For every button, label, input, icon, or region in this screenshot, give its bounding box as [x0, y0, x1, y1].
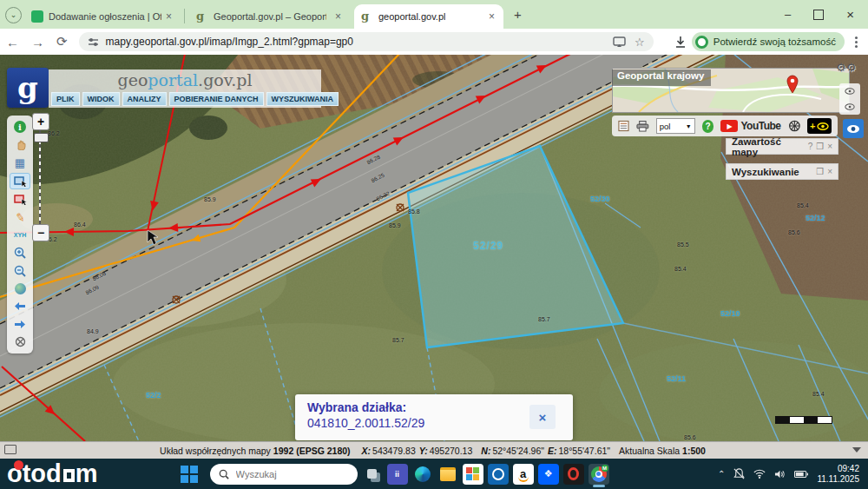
- dropbox-icon[interactable]: ❖: [538, 464, 559, 485]
- maximize-button[interactable]: [813, 10, 824, 20]
- crosshair-icon: [15, 336, 26, 347]
- start-button[interactable]: [181, 466, 198, 483]
- zoom-slider-track[interactable]: [39, 130, 41, 224]
- tab-otodom[interactable]: Dodawanie ogłoszenia | Otodo ×: [24, 4, 181, 29]
- otodom-house-icon: [63, 469, 75, 482]
- zoom-out-button[interactable]: −: [32, 224, 49, 241]
- back-button[interactable]: ←: [6, 35, 19, 50]
- microsoft-store-icon[interactable]: [463, 464, 483, 485]
- pan-tool[interactable]: [10, 137, 30, 152]
- measure-tool[interactable]: ✎: [10, 210, 30, 225]
- zoom-out-tool[interactable]: [10, 263, 30, 278]
- tab-geoportal-map-active[interactable]: g geoportal.gov.pl ×: [354, 4, 503, 29]
- outlook-icon[interactable]: [488, 464, 509, 485]
- language-select[interactable]: pol▼: [656, 118, 695, 134]
- menu-pobieranie-danych[interactable]: POBIERANIE DANYCH: [169, 92, 264, 106]
- task-view-button[interactable]: [362, 464, 383, 485]
- url-text[interactable]: mapy.geoportal.gov.pl/imap/Imgp_2.html?g…: [106, 36, 614, 48]
- arrow-right-icon: [14, 320, 26, 329]
- panel-close-icon[interactable]: ×: [827, 142, 832, 151]
- new-tab-button[interactable]: +: [514, 7, 522, 22]
- gears-icon[interactable]: ⚙⚙: [836, 61, 856, 74]
- help-icon[interactable]: ?: [702, 120, 714, 133]
- clock-time: 09:42: [817, 464, 859, 474]
- legend-icon[interactable]: [618, 120, 629, 132]
- panel-help-icon[interactable]: ?: [808, 142, 813, 151]
- tab-close-icon[interactable]: ×: [164, 10, 174, 23]
- menu-plik[interactable]: PLIK: [51, 92, 80, 106]
- screen: { "browser": { "tabs": [ {"title": "Doda…: [0, 0, 868, 489]
- select-parcel-tool-active[interactable]: [10, 173, 30, 189]
- map-contents-title: Zawartość mapy: [732, 136, 808, 157]
- n-label: N:: [481, 446, 490, 456]
- forward-button[interactable]: →: [31, 35, 44, 50]
- taskbar-search-input[interactable]: [234, 468, 333, 480]
- menu-analizy[interactable]: ANALIZY: [122, 92, 167, 106]
- otodom-favicon: [31, 10, 43, 23]
- tab-close-icon[interactable]: ×: [487, 10, 496, 23]
- y-label: Y:: [419, 446, 428, 456]
- panel-maximize-icon[interactable]: ❒: [816, 167, 824, 176]
- youtube-button[interactable]: ▶ YouTube: [720, 120, 780, 132]
- zoom-slider-handle[interactable]: [34, 133, 49, 142]
- url-bar[interactable]: mapy.geoportal.gov.pl/imap/Imgp_2.html?g…: [79, 32, 654, 51]
- info-tool[interactable]: i: [10, 120, 30, 135]
- wcag-eye-button[interactable]: [843, 119, 864, 138]
- map-tools-row: pol▼ ? ▶ YouTube +: [612, 116, 838, 136]
- browser-menu-icon[interactable]: [855, 41, 858, 43]
- amazon-icon[interactable]: a: [513, 464, 534, 485]
- tab-close-icon[interactable]: ×: [333, 10, 343, 23]
- popup-close-button[interactable]: ×: [529, 405, 556, 429]
- full-extent-tool[interactable]: [10, 281, 30, 296]
- menu-wyszukiwania[interactable]: WYSZUKIWANIA: [266, 92, 339, 106]
- close-window-button[interactable]: ×: [846, 7, 854, 22]
- attribute-table-tool[interactable]: ▦: [10, 155, 30, 170]
- settings-wheel-icon[interactable]: [788, 119, 801, 133]
- minimize-button[interactable]: –: [785, 8, 791, 21]
- download-icon[interactable]: [674, 36, 687, 49]
- print-icon[interactable]: [636, 121, 649, 132]
- notifications-off-icon[interactable]: [733, 468, 745, 479]
- elevation-label: 85.7: [392, 337, 404, 343]
- tray-chevron-icon[interactable]: ⌃: [718, 469, 725, 479]
- opera-icon[interactable]: [563, 464, 584, 485]
- panel-close-icon[interactable]: ×: [827, 167, 832, 176]
- zoom-in-tool[interactable]: [10, 246, 30, 261]
- popup-parcel-id: 041810_2.0011.52/29: [307, 416, 561, 430]
- previous-view-tool[interactable]: [10, 299, 30, 314]
- tab-geoportal-info[interactable]: g Geoportal.gov.pl – Geoportal In ×: [189, 4, 350, 29]
- site-settings-icon[interactable]: [88, 36, 99, 48]
- bookmark-star-icon[interactable]: ☆: [635, 36, 645, 49]
- edge-icon[interactable]: [412, 464, 433, 485]
- map-contents-panel[interactable]: Zawartość mapy ?❒×: [726, 138, 838, 155]
- taskbar-clock[interactable]: 09:42 11.11.2025: [817, 464, 859, 485]
- wifi-icon[interactable]: [753, 469, 766, 479]
- verify-identity-button[interactable]: Potwierdź swoją tożsamość: [692, 32, 845, 51]
- tab-search-chevron[interactable]: ⌄: [5, 7, 22, 23]
- chrome-icon-active[interactable]: M: [589, 464, 609, 485]
- geoportal-logo[interactable]: g: [7, 68, 49, 108]
- statusbar-collapse-icon[interactable]: [852, 447, 861, 453]
- battery-icon[interactable]: [794, 470, 808, 479]
- zoom-in-button[interactable]: +: [32, 113, 49, 130]
- teams-icon[interactable]: ii: [387, 464, 408, 485]
- select-area-tool[interactable]: [10, 193, 30, 208]
- hand-icon: [15, 139, 26, 150]
- taskbar-search[interactable]: [210, 464, 358, 485]
- cast-icon[interactable]: [613, 36, 626, 48]
- dock-panel-icon[interactable]: [4, 445, 16, 454]
- info-icon: i: [14, 121, 26, 133]
- file-explorer-icon[interactable]: [437, 464, 458, 485]
- next-view-tool[interactable]: [10, 317, 30, 332]
- eye-icon: [845, 103, 855, 110]
- panel-maximize-icon[interactable]: ❒: [816, 142, 824, 151]
- reload-button[interactable]: ⟳: [56, 34, 68, 50]
- menu-widok[interactable]: WIDOK: [82, 92, 120, 106]
- volume-icon[interactable]: [774, 469, 786, 479]
- xyh-coordinates-tool[interactable]: XYH: [10, 228, 30, 242]
- high-contrast-button[interactable]: +: [807, 118, 832, 134]
- elevation-label: 85.9: [389, 222, 401, 228]
- search-panel[interactable]: Wyszukiwanie ❒×: [726, 163, 838, 180]
- layer-mini-panel[interactable]: [839, 83, 860, 115]
- clear-selection-tool[interactable]: [10, 334, 30, 349]
